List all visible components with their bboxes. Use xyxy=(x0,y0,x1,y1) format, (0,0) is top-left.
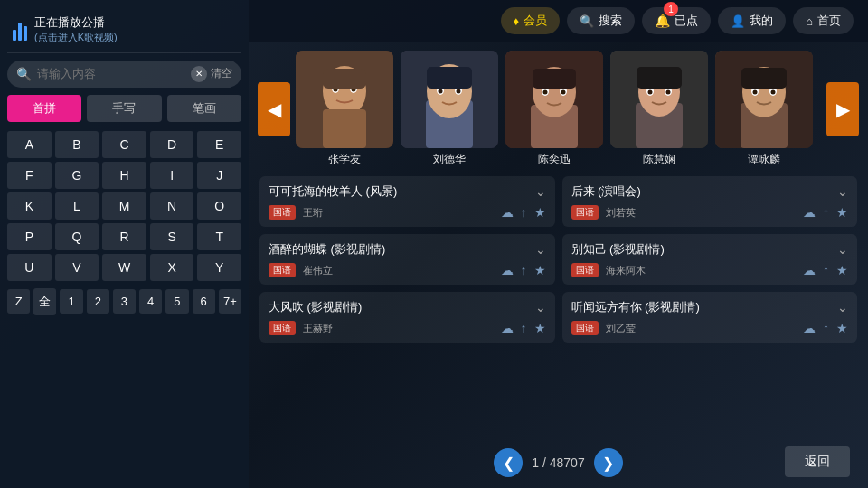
ordered-button[interactable]: 🔔 1 已点 xyxy=(642,7,711,34)
key-R[interactable]: R xyxy=(102,223,146,250)
carousel-next-button[interactable]: ▶ xyxy=(826,82,859,136)
my-button[interactable]: 👤 我的 xyxy=(718,7,786,34)
key-2[interactable]: 2 xyxy=(87,289,109,314)
song-item-4[interactable]: 大风吹 (影视剧情) ⌄ 国语 王赫野 ☁ ↑ ★ xyxy=(259,292,555,343)
key-D[interactable]: D xyxy=(150,131,194,158)
star-icon-3[interactable]: ★ xyxy=(836,263,848,277)
up-icon-1[interactable]: ↑ xyxy=(823,205,829,220)
key-N[interactable]: N xyxy=(150,192,194,220)
key-M[interactable]: M xyxy=(102,192,146,220)
cloud-icon-0[interactable]: ☁ xyxy=(501,205,514,220)
song-actions-2: ☁ ↑ ★ xyxy=(501,263,546,277)
key-C[interactable]: C xyxy=(102,131,146,158)
vip-button[interactable]: ♦ 会员 xyxy=(501,7,561,34)
key-T[interactable]: T xyxy=(197,223,241,250)
key-V[interactable]: V xyxy=(55,254,99,281)
cloud-icon-5[interactable]: ☁ xyxy=(803,321,816,335)
artist-item-1[interactable]: 刘德华 xyxy=(401,51,498,167)
handwrite-button[interactable]: 手写 xyxy=(87,95,161,122)
song-item-1[interactable]: 后来 (演唱会) ⌄ 国语 刘若英 ☁ ↑ ★ xyxy=(562,176,858,227)
key-W[interactable]: W xyxy=(102,254,146,281)
key-5[interactable]: 5 xyxy=(165,289,188,314)
ordered-label: 已点 xyxy=(675,13,698,29)
key-Q[interactable]: Q xyxy=(55,223,99,250)
artist-face-svg-1 xyxy=(401,51,498,148)
artist-item-3[interactable]: 陈慧娴 xyxy=(610,51,708,167)
artist-item-4[interactable]: 谭咏麟 xyxy=(715,51,813,167)
song-item-2[interactable]: 酒醉的蝴蝶 (影视剧情) ⌄ 国语 崔伟立 ☁ ↑ ★ xyxy=(259,234,555,285)
my-label: 我的 xyxy=(750,13,773,29)
song-item-0[interactable]: 可可托海的牧羊人 (风景) ⌄ 国语 王珩 ☁ ↑ ★ xyxy=(259,176,555,227)
key-Z[interactable]: Z xyxy=(7,289,30,314)
song-item-3[interactable]: 别知己 (影视剧情) ⌄ 国语 海来阿木 ☁ ↑ ★ xyxy=(562,234,858,285)
pinyin-button[interactable]: 首拼 xyxy=(7,95,81,122)
key-7plus[interactable]: 7+ xyxy=(219,289,241,314)
key-K[interactable]: K xyxy=(7,192,52,220)
key-G[interactable]: G xyxy=(55,162,99,189)
key-I[interactable]: I xyxy=(150,162,194,189)
key-A[interactable]: A xyxy=(7,131,52,158)
star-icon-0[interactable]: ★ xyxy=(534,205,546,220)
search-bar[interactable]: 🔍 ✕ 清空 xyxy=(7,61,241,88)
key-S[interactable]: S xyxy=(150,223,194,250)
clear-icon-button[interactable]: ✕ xyxy=(191,66,207,82)
home-icon: ⌂ xyxy=(806,14,813,28)
artist-item-2[interactable]: 陈奕迅 xyxy=(505,51,603,167)
key-X[interactable]: X xyxy=(150,254,194,281)
cloud-icon-1[interactable]: ☁ xyxy=(803,205,816,220)
number-row: Z 全 1 2 3 4 5 6 7+ xyxy=(7,288,241,315)
singer-name-0: 王珩 xyxy=(303,206,494,220)
song-item-5[interactable]: 听闻远方有你 (影视剧情) ⌄ 国语 刘乙莹 ☁ ↑ ★ xyxy=(562,292,858,343)
star-icon-2[interactable]: ★ xyxy=(534,263,546,277)
clear-label[interactable]: 清空 xyxy=(211,66,232,81)
svg-point-22 xyxy=(543,90,548,95)
dropdown-icon-5[interactable]: ⌄ xyxy=(837,300,848,314)
key-3[interactable]: 3 xyxy=(113,289,136,314)
star-icon-4[interactable]: ★ xyxy=(534,321,546,335)
cloud-icon-3[interactable]: ☁ xyxy=(803,263,816,277)
song-title-0: 可可托海的牧羊人 (风景) xyxy=(269,183,530,200)
dropdown-icon-2[interactable]: ⌄ xyxy=(535,242,546,257)
up-icon-5[interactable]: ↑ xyxy=(823,321,829,335)
key-L[interactable]: L xyxy=(55,192,99,220)
cloud-icon-2[interactable]: ☁ xyxy=(501,263,514,277)
lang-badge-4: 国语 xyxy=(269,321,296,335)
artist-item-0[interactable]: 张学友 xyxy=(296,51,393,167)
key-O[interactable]: O xyxy=(197,192,241,220)
dropdown-icon-4[interactable]: ⌄ xyxy=(535,300,546,314)
back-button[interactable]: 返回 xyxy=(785,446,850,477)
key-U[interactable]: U xyxy=(7,254,52,281)
key-1[interactable]: 1 xyxy=(60,289,82,314)
carousel-prev-button[interactable]: ◀ xyxy=(258,82,290,136)
key-6[interactable]: 6 xyxy=(193,289,215,314)
stroke-button[interactable]: 笔画 xyxy=(167,95,241,122)
up-icon-2[interactable]: ↑ xyxy=(521,263,527,277)
dropdown-icon-1[interactable]: ⌄ xyxy=(837,184,848,199)
key-H[interactable]: H xyxy=(102,162,146,189)
key-B[interactable]: B xyxy=(55,131,99,158)
search-input[interactable] xyxy=(37,67,191,80)
star-icon-5[interactable]: ★ xyxy=(836,321,848,335)
key-E[interactable]: E xyxy=(197,131,241,158)
cloud-icon-4[interactable]: ☁ xyxy=(501,321,514,335)
key-all[interactable]: 全 xyxy=(33,288,56,315)
key-J[interactable]: J xyxy=(197,162,241,189)
up-icon-0[interactable]: ↑ xyxy=(521,205,527,220)
now-playing-section[interactable]: 正在播放公播 (点击进入K歌视频) xyxy=(7,7,241,53)
search-button[interactable]: 🔍 搜索 xyxy=(567,7,635,34)
svg-rect-40 xyxy=(741,68,787,89)
page-next-button[interactable]: ❯ xyxy=(594,448,623,477)
up-icon-3[interactable]: ↑ xyxy=(823,263,829,277)
key-4[interactable]: 4 xyxy=(139,289,162,314)
key-F[interactable]: F xyxy=(7,162,52,189)
artist-photo-4 xyxy=(715,51,813,148)
home-button[interactable]: ⌂ 首页 xyxy=(793,7,854,34)
song-title-2: 酒醉的蝴蝶 (影视剧情) xyxy=(269,241,530,258)
key-Y[interactable]: Y xyxy=(197,254,241,281)
page-prev-button[interactable]: ❮ xyxy=(494,448,523,477)
star-icon-1[interactable]: ★ xyxy=(836,205,848,220)
up-icon-4[interactable]: ↑ xyxy=(521,321,527,335)
dropdown-icon-0[interactable]: ⌄ xyxy=(535,184,546,199)
key-P[interactable]: P xyxy=(7,223,52,250)
dropdown-icon-3[interactable]: ⌄ xyxy=(837,242,848,257)
